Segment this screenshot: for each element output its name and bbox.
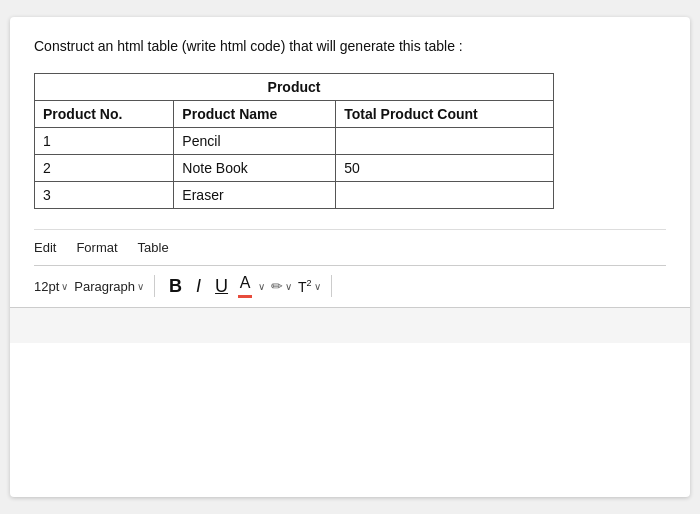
cell-name-2: Note Book	[174, 154, 336, 181]
col-header-no: Product No.	[35, 100, 174, 127]
highlight-chevron: ∨	[285, 281, 292, 292]
font-color-letter: A	[240, 274, 251, 292]
toolbar-divider-2	[331, 275, 332, 297]
table-area: Product Product No. Product Name Total P…	[34, 73, 666, 209]
underline-button[interactable]: U	[211, 274, 232, 299]
italic-button[interactable]: I	[192, 274, 205, 299]
cell-count-2: 50	[336, 154, 554, 181]
table-header-row: Product	[35, 73, 554, 100]
table-row: 3 Eraser	[35, 181, 554, 208]
table-main-header: Product	[35, 73, 554, 100]
toolbar-divider-1	[154, 275, 155, 297]
superscript-label: T2	[298, 278, 312, 295]
highlight-button[interactable]: ✏ ∨	[271, 278, 292, 294]
table-row: 1 Pencil	[35, 127, 554, 154]
menu-table[interactable]: Table	[138, 240, 169, 255]
table-row: 2 Note Book 50	[35, 154, 554, 181]
product-table: Product Product No. Product Name Total P…	[34, 73, 554, 209]
table-subheader-row: Product No. Product Name Total Product C…	[35, 100, 554, 127]
cell-no-2: 2	[35, 154, 174, 181]
toolbar-area: Edit Format Table 12pt ∨ Paragraph ∨ B I…	[34, 229, 666, 307]
font-color-chevron[interactable]: ∨	[258, 281, 265, 292]
paragraph-chevron: ∨	[137, 281, 144, 292]
menu-edit[interactable]: Edit	[34, 240, 56, 255]
cell-count-1	[336, 127, 554, 154]
col-header-count: Total Product Count	[336, 100, 554, 127]
font-size-selector[interactable]: 12pt ∨	[34, 279, 68, 294]
pencil-icon: ✏	[271, 278, 283, 294]
paragraph-value: Paragraph	[74, 279, 135, 294]
font-color-bar	[238, 295, 252, 298]
menu-bar: Edit Format Table	[34, 240, 666, 255]
cell-no-3: 3	[35, 181, 174, 208]
menu-format[interactable]: Format	[76, 240, 117, 255]
font-color-button[interactable]: A	[238, 274, 252, 298]
formatting-bar: 12pt ∨ Paragraph ∨ B I U A ∨ ✏ ∨	[34, 265, 666, 307]
cell-no-1: 1	[35, 127, 174, 154]
cell-name-1: Pencil	[174, 127, 336, 154]
cell-count-3	[336, 181, 554, 208]
font-size-chevron: ∨	[61, 281, 68, 292]
editor-container: Construct an html table (write html code…	[10, 17, 690, 497]
paragraph-selector[interactable]: Paragraph ∨	[74, 279, 144, 294]
font-size-value: 12pt	[34, 279, 59, 294]
bold-button[interactable]: B	[165, 274, 186, 299]
editor-content-area[interactable]	[10, 307, 690, 343]
superscript-chevron: ∨	[314, 281, 321, 292]
col-header-name: Product Name	[174, 100, 336, 127]
superscript-button[interactable]: T2 ∨	[298, 278, 321, 295]
instruction-text: Construct an html table (write html code…	[34, 37, 666, 57]
cell-name-3: Eraser	[174, 181, 336, 208]
